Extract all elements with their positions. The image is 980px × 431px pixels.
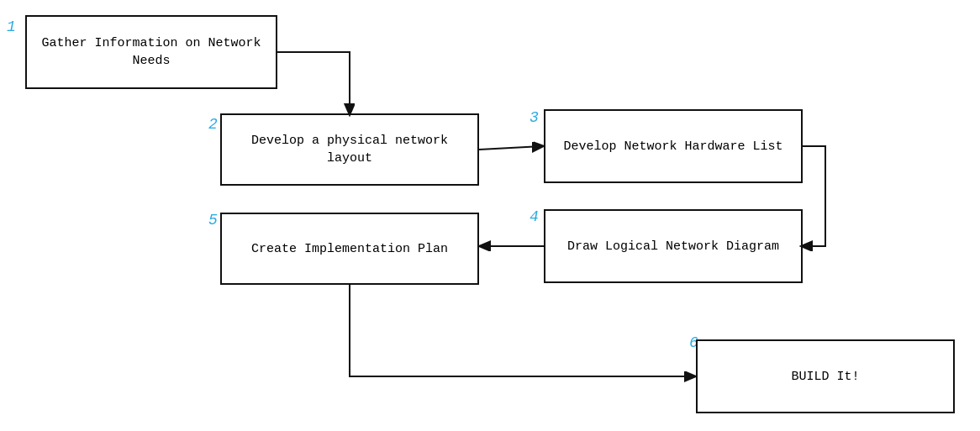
step-number-5: 5 xyxy=(208,212,218,229)
step-number-4: 4 xyxy=(530,208,539,225)
step-2-box: Develop a physical network layout xyxy=(220,113,479,186)
step-1-label: Gather Information on Network Needs xyxy=(34,34,269,70)
step-number-2: 2 xyxy=(208,116,218,133)
step-6-box: BUILD It! xyxy=(696,339,955,413)
svg-line-0 xyxy=(479,146,542,150)
step-5-box: Create Implementation Plan xyxy=(220,213,479,285)
step-2-label: Develop a physical network layout xyxy=(229,132,471,167)
step-number-1: 1 xyxy=(7,18,16,35)
step-3-box: Develop Network Hardware List xyxy=(544,109,803,183)
step-3-label: Develop Network Hardware List xyxy=(563,138,782,155)
step-4-box: Draw Logical Network Diagram xyxy=(544,209,803,283)
step-6-label: BUILD It! xyxy=(791,368,859,386)
step-5-label: Create Implementation Plan xyxy=(251,240,448,258)
step-number-3: 3 xyxy=(530,109,539,126)
step-4-label: Draw Logical Network Diagram xyxy=(567,238,779,255)
step-1-box: Gather Information on Network Needs xyxy=(25,15,277,89)
flowchart-container: 1 2 3 4 5 6 Gather Information on Networ… xyxy=(0,0,980,431)
